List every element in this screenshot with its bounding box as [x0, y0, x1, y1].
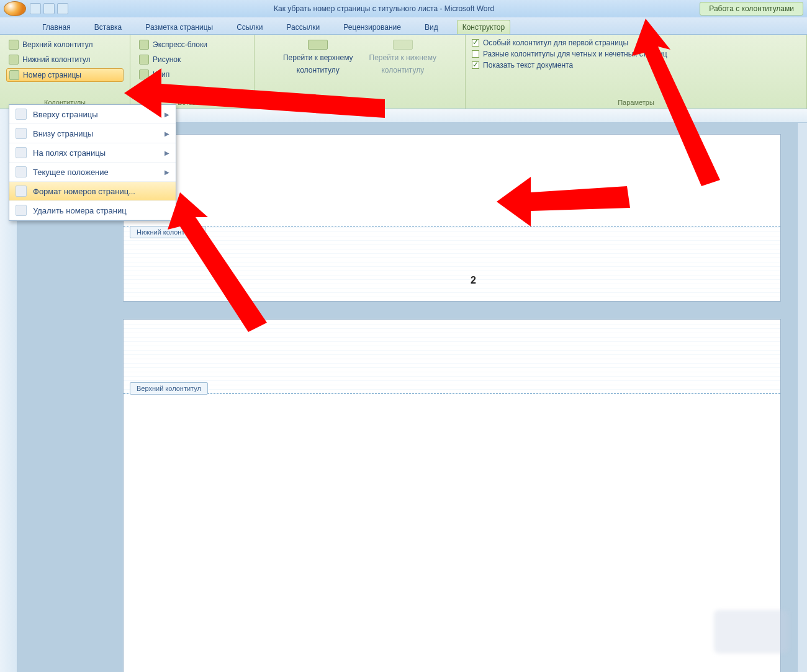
dd-label: Вверху страницы	[33, 110, 98, 119]
chevron-right-icon: ▶	[165, 150, 169, 156]
tab-page-layout[interactable]: Разметка страницы	[140, 20, 218, 34]
footer-button[interactable]: Нижний колонтитул	[6, 53, 124, 66]
goto-header-icon	[308, 40, 328, 50]
opt-first-page-label: Особый колонтитул для первой страницы	[483, 38, 628, 47]
quickparts-button[interactable]: Экспресс-блоки	[137, 38, 248, 51]
document-page[interactable]: Верхний колонтитул	[123, 319, 781, 672]
annotation-arrow	[124, 62, 391, 143]
chevron-right-icon: ▶	[165, 169, 169, 176]
quickparts-icon	[139, 40, 149, 50]
svg-marker-2	[497, 177, 630, 226]
quick-access-toolbar	[30, 3, 68, 14]
dd-label: Внизу страницы	[33, 129, 93, 138]
goto-footer-icon	[393, 40, 413, 50]
qat-undo-icon[interactable]	[43, 3, 55, 14]
header-label: Верхний колонтитул	[22, 40, 92, 49]
tab-insert[interactable]: Вставка	[89, 20, 127, 34]
format-icon	[16, 186, 27, 197]
page-number-label: Номер страницы	[23, 71, 81, 79]
quickparts-label: Экспресс-блоки	[153, 40, 207, 49]
dd-label: Удалить номера страниц	[33, 206, 127, 215]
contextual-tab-label[interactable]: Работа с колонтитулами	[700, 2, 803, 16]
dd-format-page-numbers[interactable]: Формат номеров страниц...	[9, 182, 176, 201]
dd-label: Формат номеров страниц...	[33, 187, 135, 196]
page-number-value[interactable]: 2	[471, 275, 476, 286]
goto-footer-l1: Перейти к нижнему	[369, 53, 437, 62]
tab-home[interactable]: Главная	[37, 20, 76, 34]
qat-save-icon[interactable]	[30, 3, 41, 14]
opt-show-doc-label: Показать текст документа	[483, 61, 573, 69]
tab-view[interactable]: Вид	[420, 20, 443, 34]
tab-design[interactable]: Конструктор	[457, 20, 510, 34]
dd-label: Текущее положение	[33, 168, 109, 177]
remove-icon	[16, 205, 27, 216]
footer-label: Нижний колонтитул	[22, 55, 91, 64]
checkbox-icon	[472, 50, 479, 58]
dd-remove-page-numbers[interactable]: Удалить номера страниц	[9, 201, 176, 220]
watermark	[714, 610, 788, 653]
title-bar: Как убрать номер страницы с титульного л…	[0, 0, 807, 17]
header-tag: Верхний колонтитул	[130, 382, 208, 395]
window-title: Как убрать номер страницы с титульного л…	[72, 4, 696, 13]
page-margin-icon	[16, 147, 27, 158]
svg-marker-3	[168, 192, 267, 332]
annotation-arrow	[497, 174, 633, 230]
vertical-scrollbar[interactable]	[797, 109, 807, 672]
goto-header-l1: Перейти к верхнему	[283, 53, 353, 62]
checkbox-icon	[472, 39, 479, 47]
annotation-arrow	[168, 192, 279, 335]
annotation-arrow	[627, 19, 739, 192]
dd-page-margins[interactable]: На полях страницы▶	[9, 143, 176, 163]
office-button[interactable]	[4, 1, 26, 16]
tab-mailings[interactable]: Рассылки	[281, 20, 325, 34]
qat-redo-icon[interactable]	[57, 3, 68, 14]
checkbox-icon	[472, 61, 479, 69]
svg-marker-0	[124, 68, 385, 118]
header-icon	[9, 40, 19, 50]
header-button[interactable]: Верхний колонтитул	[6, 38, 124, 51]
ribbon-group-header-footer: Верхний колонтитул Нижний колонтитул Ном…	[0, 35, 130, 109]
dd-label: На полях страницы	[33, 148, 106, 158]
tab-references[interactable]: Ссылки	[232, 20, 268, 34]
page-bottom-icon	[16, 128, 27, 139]
page-number-icon	[9, 70, 19, 80]
tab-review[interactable]: Рецензирование	[338, 20, 406, 34]
svg-marker-1	[632, 19, 720, 186]
footer-icon	[9, 55, 19, 65]
page-top-icon	[16, 109, 27, 120]
dd-current-position[interactable]: Текущее положение▶	[9, 163, 176, 182]
page-number-button[interactable]: Номер страницы	[6, 68, 124, 82]
current-pos-icon	[16, 166, 27, 177]
